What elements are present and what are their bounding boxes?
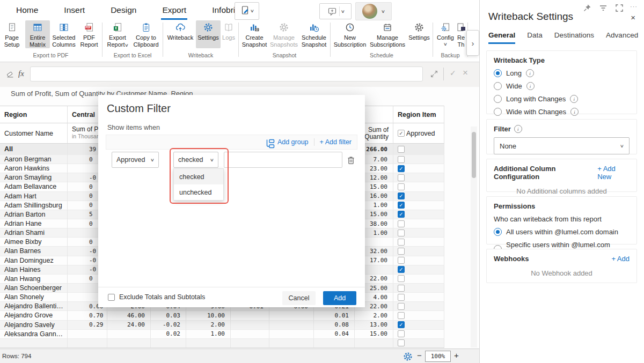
writeback-button[interactable]: Writeback — [165, 20, 196, 48]
cell-sp[interactable] — [231, 311, 269, 320]
cell-sp[interactable] — [231, 330, 269, 339]
row-label[interactable]: Alan Shonely — [0, 293, 68, 302]
edit-note-button[interactable]: ∨ — [235, 2, 259, 20]
row-label[interactable]: Aleksandra Gann… — [0, 330, 68, 339]
manage-subscriptions-button[interactable]: ManageSubscriptions — [368, 20, 407, 48]
cancel-x-icon[interactable]: × — [463, 68, 468, 78]
cell-sp[interactable] — [231, 321, 269, 330]
formula-input[interactable] — [30, 66, 423, 82]
cell-cq[interactable] — [107, 339, 151, 348]
row-label[interactable]: Alan Schoenberger — [0, 284, 68, 293]
row-label[interactable]: Alejandro Grove — [0, 311, 68, 320]
approved-checkbox[interactable]: ✓ — [398, 211, 405, 218]
row-label[interactable]: All — [0, 144, 68, 155]
more-options-icon[interactable]: ··· — [630, 3, 638, 10]
cell-eq[interactable]: 2.00 — [186, 321, 231, 330]
approved-checkbox[interactable] — [398, 275, 405, 282]
approved-checkbox[interactable] — [398, 229, 405, 236]
row-label[interactable]: Adrian Hane — [0, 219, 68, 228]
cell-qty[interactable]: 13.00 — [355, 321, 393, 330]
cell-cq[interactable]: 24.00 — [107, 321, 151, 330]
approved-checkbox[interactable]: ✓ — [398, 321, 405, 328]
cell-cq[interactable] — [107, 330, 151, 339]
info-icon[interactable]: i — [526, 69, 534, 77]
exclude-totals-checkbox[interactable] — [108, 294, 115, 301]
filter-icon[interactable] — [598, 3, 609, 10]
approved-checkbox[interactable] — [398, 285, 405, 292]
approved-checkbox[interactable] — [398, 174, 405, 181]
add-webhook-link[interactable]: + Add — [611, 255, 630, 263]
row-label[interactable]: Adam Shillingsburg — [0, 201, 68, 210]
zoom-out-button[interactable]: − — [417, 351, 422, 360]
approved-checkbox[interactable] — [398, 312, 405, 319]
row-label[interactable]: Alan Barnes — [0, 247, 68, 256]
cell-wp[interactable]: 0.04 — [314, 330, 355, 339]
panel-tab-data[interactable]: Data — [527, 31, 543, 44]
cell-sq[interactable] — [269, 321, 314, 330]
row-label[interactable]: Alejandro Ballenti… — [0, 302, 68, 311]
page-setup-button[interactable]: PageSetup — [1, 20, 23, 48]
radio-option-long[interactable]: Longi — [494, 69, 630, 77]
config-button[interactable]: Config∨ — [435, 20, 456, 48]
cell-qty[interactable]: 15.00 — [355, 330, 393, 339]
cell-wp[interactable]: 0.01 — [314, 311, 355, 320]
approved-checkbox[interactable]: ✓ — [398, 202, 405, 209]
filter-operator-select[interactable]: checked ∨ — [173, 152, 218, 168]
ribbon-tab-home[interactable]: Home — [15, 4, 39, 20]
row-label[interactable]: Alan Haines — [0, 265, 68, 275]
pin-icon[interactable] — [582, 3, 592, 10]
radio-option-all-users-within-lumel-com-domain[interactable]: All users within @lumel.com domain — [494, 228, 630, 236]
row-label[interactable]: Alan Dominguez — [0, 256, 68, 265]
approved-checkbox[interactable] — [398, 183, 405, 190]
expand-icon[interactable] — [429, 69, 439, 79]
zoom-in-button[interactable]: + — [454, 351, 459, 360]
add-filter-link[interactable]: + Add filter — [320, 138, 352, 146]
chevron-down-icon[interactable]: ∨ — [340, 9, 345, 14]
entire-matrix-button[interactable]: EntireMatrix — [25, 20, 50, 48]
cell-ep[interactable]: 0.02 — [151, 330, 186, 339]
radio-button[interactable] — [494, 82, 502, 90]
row-label[interactable]: Alan Hwang — [0, 275, 68, 284]
row-label[interactable]: Aaron Bergman — [0, 155, 68, 164]
approved-checkbox[interactable] — [398, 239, 405, 246]
eraser-icon[interactable] — [5, 69, 15, 79]
operator-option-checked[interactable]: checked — [174, 169, 223, 184]
approved-checkbox[interactable]: ✓ — [398, 266, 405, 273]
cell-ep[interactable] — [151, 339, 186, 348]
approved-checkbox[interactable] — [398, 248, 405, 255]
cell-cq[interactable]: 46.00 — [107, 311, 151, 320]
add-group-link[interactable]: Add group — [265, 138, 309, 146]
row-label[interactable]: Adam Hart — [0, 192, 68, 201]
focus-mode-icon[interactable] — [614, 3, 625, 10]
add-button[interactable]: Add — [323, 291, 356, 305]
confirm-icon[interactable]: ✓ — [450, 69, 456, 77]
cell-qty[interactable] — [355, 339, 393, 348]
scrollbar-thumb[interactable] — [472, 132, 476, 178]
cancel-button[interactable]: Cancel — [282, 291, 316, 305]
filter-value-input[interactable] — [224, 152, 342, 168]
exclude-totals-option[interactable]: Exclude Totals and Subtotals — [108, 293, 205, 301]
selected-columns-button[interactable]: SelectedColumns — [50, 20, 78, 48]
ribbon-scroll-right-button[interactable]: › — [466, 30, 479, 56]
ribbon-tab-insert[interactable]: Insert — [63, 4, 86, 20]
approved-checkbox[interactable] — [398, 303, 405, 310]
row-label[interactable] — [0, 339, 68, 348]
info-icon[interactable]: i — [514, 125, 522, 133]
approved-checkbox[interactable]: ✓ — [398, 192, 405, 199]
panel-tab-destinations[interactable]: Destinations — [554, 31, 594, 44]
cell-wp[interactable]: 0.08 — [314, 321, 355, 330]
info-icon[interactable]: i — [526, 82, 535, 90]
cell-ep[interactable]: -0.02 — [151, 321, 186, 330]
copy-to-clipboard-button[interactable]: Copy toClipboard — [131, 20, 161, 48]
export-report-button[interactable]: XExportReport ∨ — [104, 20, 131, 48]
row-label[interactable]: Aaron Smayling — [0, 173, 68, 182]
table-scrollbar[interactable] — [471, 127, 477, 347]
cell-cp[interactable] — [68, 330, 107, 339]
cell-qty[interactable]: 2.00 — [355, 311, 393, 320]
close-icon[interactable]: × — [631, 13, 635, 22]
zoom-level[interactable]: 100% — [425, 351, 451, 362]
approved-checkbox[interactable] — [398, 156, 405, 163]
cell-sq[interactable] — [269, 339, 314, 348]
operator-option-unchecked[interactable]: unchecked — [174, 184, 223, 200]
ribbon-tab-export[interactable]: Export — [161, 4, 187, 20]
